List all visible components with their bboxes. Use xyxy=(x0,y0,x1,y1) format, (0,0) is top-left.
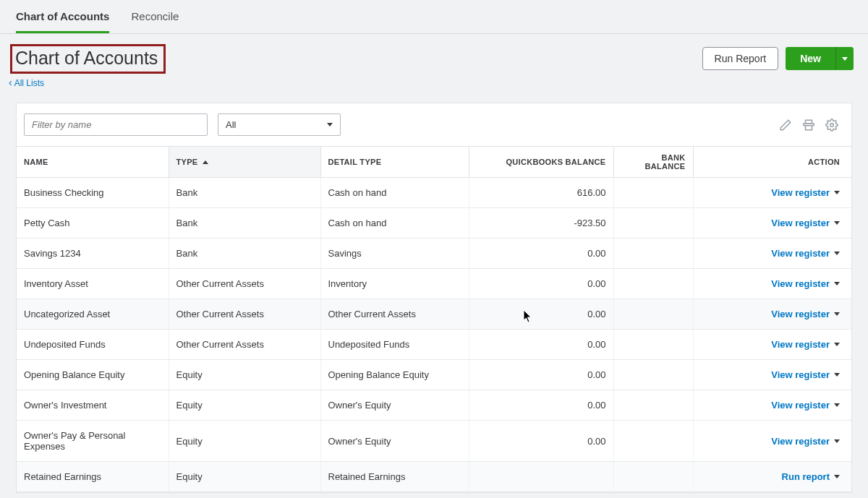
cell-bank-balance xyxy=(613,462,693,492)
print-icon[interactable] xyxy=(802,119,815,132)
sort-ascending-icon xyxy=(203,160,208,164)
column-header-type[interactable]: TYPE xyxy=(169,147,320,178)
cell-name: Retained Earnings xyxy=(17,462,169,492)
cell-type: Equity xyxy=(169,360,320,390)
edit-icon[interactable] xyxy=(779,119,792,132)
cell-bank-balance xyxy=(613,178,693,208)
cell-bank-balance xyxy=(613,390,693,421)
cell-name: Undeposited Funds xyxy=(17,330,169,360)
action-dropdown-caret[interactable] xyxy=(834,312,840,316)
table-row: Petty CashBankCash on hand-923.50View re… xyxy=(17,208,851,239)
cell-name: Savings 1234 xyxy=(17,239,169,269)
view-register-link[interactable]: View register xyxy=(771,339,830,350)
back-all-lists-link[interactable]: All Lists xyxy=(9,77,166,88)
new-button[interactable]: New xyxy=(786,47,835,70)
page-title-highlight-box: Chart of Accounts xyxy=(10,44,166,74)
content-card: All NAME TYPE DETAIL TYPE QU xyxy=(16,103,852,493)
filter-row: All xyxy=(17,103,851,146)
cell-bank-balance xyxy=(613,208,693,239)
cell-type: Bank xyxy=(169,239,320,269)
action-dropdown-caret[interactable] xyxy=(834,439,840,443)
table-row: Inventory AssetOther Current AssetsInven… xyxy=(17,269,851,299)
action-dropdown-caret[interactable] xyxy=(834,403,840,407)
view-register-link[interactable]: View register xyxy=(771,400,830,411)
action-dropdown-caret[interactable] xyxy=(834,475,840,478)
cell-name: Inventory Asset xyxy=(17,269,169,299)
cell-type: Other Current Assets xyxy=(169,330,320,360)
view-register-link[interactable]: View register xyxy=(771,278,830,289)
cell-action: View register xyxy=(693,239,851,269)
cell-quickbooks-balance: 616.00 xyxy=(469,178,613,208)
run-report-link[interactable]: Run report xyxy=(782,471,830,482)
cell-type: Other Current Assets xyxy=(169,269,320,299)
cell-name: Owner's Pay & Personal Expenses xyxy=(17,421,169,462)
cell-name: Petty Cash xyxy=(17,208,169,239)
table-row: Owner's InvestmentEquityOwner's Equity0.… xyxy=(17,390,851,421)
table-row: Owner's Pay & Personal ExpensesEquityOwn… xyxy=(17,421,851,462)
action-dropdown-caret[interactable] xyxy=(834,221,840,225)
page-header: Chart of Accounts All Lists Run Report N… xyxy=(0,34,868,91)
action-dropdown-caret[interactable] xyxy=(834,191,840,194)
cell-action: View register xyxy=(693,299,851,330)
cell-detail-type: Owner's Equity xyxy=(320,390,469,421)
action-dropdown-caret[interactable] xyxy=(834,282,840,286)
tab-reconcile[interactable]: Reconcile xyxy=(131,10,179,33)
column-header-name[interactable]: NAME xyxy=(17,147,169,178)
view-register-link[interactable]: View register xyxy=(771,309,830,319)
column-header-detail-type[interactable]: DETAIL TYPE xyxy=(320,147,469,178)
cell-detail-type: Undeposited Funds xyxy=(320,330,469,360)
cell-detail-type: Cash on hand xyxy=(320,208,469,239)
page-title: Chart of Accounts xyxy=(15,48,158,69)
cell-detail-type: Owner's Equity xyxy=(320,421,469,462)
cell-bank-balance xyxy=(613,239,693,269)
filter-by-name-input[interactable] xyxy=(24,113,208,136)
table-row: Savings 1234BankSavings0.00View register xyxy=(17,239,851,269)
cell-bank-balance xyxy=(613,330,693,360)
new-button-dropdown[interactable] xyxy=(835,47,854,70)
column-header-action[interactable]: ACTION xyxy=(693,147,851,178)
column-header-quickbooks-balance[interactable]: QUICKBOOKS BALANCE xyxy=(469,147,613,178)
table-row: Retained EarningsEquityRetained Earnings… xyxy=(17,462,851,492)
cell-action: View register xyxy=(693,208,851,239)
cell-action: Run report xyxy=(693,462,851,492)
chevron-down-icon xyxy=(327,123,333,126)
action-dropdown-caret[interactable] xyxy=(834,252,840,255)
run-report-button[interactable]: Run Report xyxy=(702,47,779,70)
cell-action: View register xyxy=(693,330,851,360)
view-register-link[interactable]: View register xyxy=(771,436,830,447)
filter-type-select[interactable]: All xyxy=(218,113,341,136)
cell-bank-balance xyxy=(613,299,693,330)
cell-type: Equity xyxy=(169,390,320,421)
cell-name: Owner's Investment xyxy=(17,390,169,421)
cell-action: View register xyxy=(693,421,851,462)
cell-bank-balance xyxy=(613,360,693,390)
cell-quickbooks-balance: 0.00 xyxy=(469,239,613,269)
tabs-bar: Chart of Accounts Reconcile xyxy=(0,0,868,34)
view-register-link[interactable]: View register xyxy=(771,369,830,380)
view-register-link[interactable]: View register xyxy=(771,248,830,259)
cell-type: Bank xyxy=(169,208,320,239)
cell-name: Opening Balance Equity xyxy=(17,360,169,390)
tab-chart-of-accounts[interactable]: Chart of Accounts xyxy=(16,10,109,33)
cell-action: View register xyxy=(693,269,851,299)
view-register-link[interactable]: View register xyxy=(771,187,830,198)
cell-type: Equity xyxy=(169,421,320,462)
table-row: Undeposited FundsOther Current AssetsUnd… xyxy=(17,330,851,360)
cell-quickbooks-balance: 0.00 xyxy=(469,269,613,299)
action-dropdown-caret[interactable] xyxy=(834,373,840,377)
cell-type: Other Current Assets xyxy=(169,299,320,330)
cell-quickbooks-balance: 0.00 xyxy=(469,330,613,360)
table-row: Business CheckingBankCash on hand616.00V… xyxy=(17,178,851,208)
cell-quickbooks-balance: 0.00 xyxy=(469,360,613,390)
cell-detail-type: Opening Balance Equity xyxy=(320,360,469,390)
cell-quickbooks-balance: -923.50 xyxy=(469,208,613,239)
cell-detail-type: Other Current Assets xyxy=(320,299,469,330)
column-header-bank-balance[interactable]: BANK BALANCE xyxy=(613,147,693,178)
svg-point-2 xyxy=(830,123,834,126)
table-row: Opening Balance EquityEquityOpening Bala… xyxy=(17,360,851,390)
gear-icon[interactable] xyxy=(825,119,838,132)
filter-select-value: All xyxy=(226,119,236,130)
action-dropdown-caret[interactable] xyxy=(834,343,840,346)
view-register-link[interactable]: View register xyxy=(771,218,830,228)
cell-action: View register xyxy=(693,178,851,208)
